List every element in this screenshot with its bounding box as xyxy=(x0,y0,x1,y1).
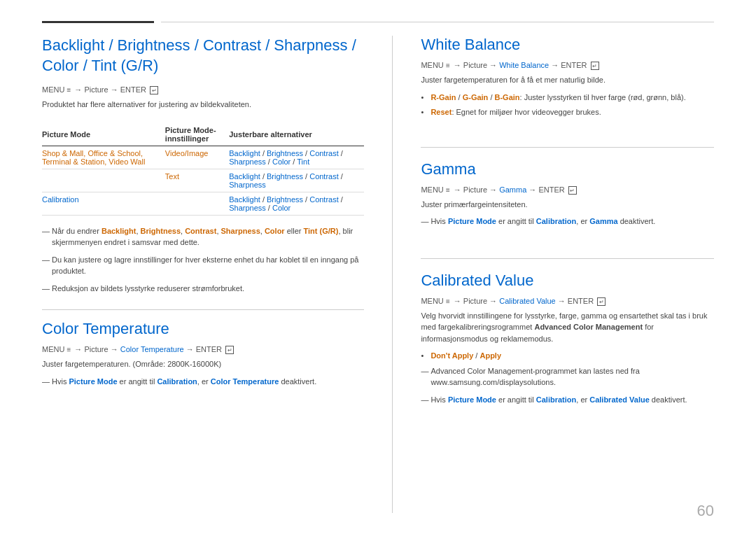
table-cell-setting-3 xyxy=(165,192,229,215)
highlight-backlight: Backlight xyxy=(102,227,136,235)
page-number: 60 xyxy=(697,502,714,520)
menu-icon-ct: ≡ xyxy=(66,346,71,353)
alt-backlight-3: Backlight xyxy=(229,195,260,204)
divider-1 xyxy=(42,309,364,310)
note-cv-2: Hvis Picture Mode er angitt til Calibrat… xyxy=(421,394,714,406)
wb-bullet-2: Reset: Egnet for miljøer hvor videovegge… xyxy=(421,106,714,118)
note-cv-1: Advanced Color Management-programmet kan… xyxy=(421,365,714,388)
cv-bullet-1: Don't Apply / Apply xyxy=(421,350,714,362)
table-cell-alt-2: Backlight / Brightness / Contrast / Shar… xyxy=(229,169,364,192)
table-row: Text Backlight / Brightness / Contrast /… xyxy=(42,169,364,192)
color-temp-title: Color Temperature xyxy=(42,320,364,338)
menu-path-cv: MENU ≡ → Picture → Calibrated Value → EN… xyxy=(421,297,714,306)
highlight-sharpness: Sharpness xyxy=(221,227,260,235)
menu-path-backlight: MENU ≡ → Picture → ENTER ↵ xyxy=(42,85,364,94)
highlight-contrast: Contrast xyxy=(185,227,216,235)
alt-tint-1: Tint xyxy=(297,157,309,166)
enter-icon: ↵ xyxy=(150,86,158,94)
table-cell-alt-3: Backlight / Brightness / Contrast / Shar… xyxy=(229,192,364,215)
calibration-label-cv: Calibration xyxy=(536,395,576,404)
wb-bgain: B-Gain xyxy=(495,93,520,101)
table-cell-mode-2 xyxy=(42,169,165,192)
enter-icon-gamma: ↵ xyxy=(568,186,577,195)
cv-apply: Apply xyxy=(479,351,501,360)
table-header-1: Picture Mode xyxy=(42,123,165,146)
alt-backlight-1: Backlight xyxy=(229,149,260,157)
alt-color-1: Color xyxy=(272,157,290,166)
calibration-label-gamma: Calibration xyxy=(536,217,576,225)
wb-bullet-1: R-Gain / G-Gain / B-Gain: Juster lysstyr… xyxy=(421,92,714,104)
alt-contrast-2: Contrast xyxy=(309,172,339,181)
rule-right xyxy=(161,22,714,22)
gamma-body: Juster primærfargeintensiteten. xyxy=(421,199,714,211)
enter-icon-wb: ↵ xyxy=(591,62,599,70)
enter-icon-cv: ↵ xyxy=(597,297,606,306)
right-divider-1 xyxy=(421,147,714,148)
column-divider xyxy=(392,36,393,513)
table-header-2: Picture Mode-innstillinger xyxy=(165,123,229,146)
right-column: White Balance MENU ≡ → Picture → White B… xyxy=(421,36,714,513)
alt-brightness-1: Brightness xyxy=(267,149,303,157)
page: Backlight / Brightness / Contrast / Shar… xyxy=(0,0,756,534)
alt-contrast-1: Contrast xyxy=(309,149,339,157)
rule-left xyxy=(42,21,154,23)
menu-icon-wb: ≡ xyxy=(446,62,450,69)
menu-path-wb: MENU ≡ → Picture → White Balance → ENTER… xyxy=(421,61,714,70)
color-temp-body: Juster fargetemperaturen. (Område: 2800K… xyxy=(42,358,364,370)
menu-path-color-temp: MENU ≡ → Picture → Color Temperature → E… xyxy=(42,345,364,354)
note-gamma: Hvis Picture Mode er angitt til Calibrat… xyxy=(421,216,714,227)
calibrated-value-section: Calibrated Value MENU ≡ → Picture → Cali… xyxy=(421,272,714,412)
table-cell-mode-3: Calibration xyxy=(42,192,165,215)
acm-bold: Advanced Color Management xyxy=(534,323,643,331)
picture-mode-label-cv: Picture Mode xyxy=(448,395,496,404)
cv-link: Calibrated Value xyxy=(499,297,556,305)
table-cell-setting-1: Video/Image xyxy=(165,146,229,169)
highlight-color: Color xyxy=(265,227,285,235)
top-rule xyxy=(42,0,714,23)
main-section-title: Backlight / Brightness / Contrast / Shar… xyxy=(42,36,364,76)
gamma-title: Gamma xyxy=(421,160,714,178)
picture-mode-label-ct: Picture Mode xyxy=(69,377,117,386)
color-temp-link: Color Temperature xyxy=(120,345,184,353)
cv-body: Velg hvorvidt innstillingene for lysstyr… xyxy=(421,310,714,345)
menu-icon-cv: ≡ xyxy=(446,297,450,305)
menu-icon: ≡ xyxy=(66,86,71,94)
alt-sharpness-2: Sharpness xyxy=(229,181,266,189)
alt-sharpness-1: Sharpness xyxy=(229,157,266,166)
table-header-3: Justerbare alternativer xyxy=(229,123,364,146)
menu-path-gamma: MENU ≡ → Picture → Gamma → ENTER ↵ xyxy=(421,185,714,195)
wb-rgain: R-Gain xyxy=(430,93,456,101)
table-cell-mode-1: Shop & Mall, Office & School,Terminal & … xyxy=(42,146,165,169)
note-backlight-3: Reduksjon av bildets lysstyrke reduserer… xyxy=(42,283,364,295)
wb-link: White Balance xyxy=(499,61,549,69)
alt-contrast-3: Contrast xyxy=(309,195,339,204)
cv-dont-apply: Don't Apply xyxy=(430,351,473,360)
backlight-body-text: Produktet har flere alternativer for jus… xyxy=(42,99,364,111)
picture-mode-table: Picture Mode Picture Mode-innstillinger … xyxy=(42,123,364,216)
calibrated-value-label: Calibrated Value xyxy=(589,395,650,404)
alt-brightness-2: Brightness xyxy=(267,172,303,181)
white-balance-title: White Balance xyxy=(421,36,714,54)
highlight-tint: Tint (G/R) xyxy=(304,227,339,235)
alt-color-3: Color xyxy=(272,204,290,212)
note-backlight-2: Du kan justere og lagre innstillinger fo… xyxy=(42,254,364,277)
white-balance-section: White Balance MENU ≡ → Picture → White B… xyxy=(421,36,714,122)
right-divider-2 xyxy=(421,258,714,259)
alt-brightness-3: Brightness xyxy=(267,195,303,204)
calibration-label-ct: Calibration xyxy=(157,377,197,386)
enter-icon-ct: ↵ xyxy=(225,346,234,354)
calibrated-value-title: Calibrated Value xyxy=(421,272,714,290)
table-row: Shop & Mall, Office & School,Terminal & … xyxy=(42,146,364,169)
wb-body: Juster fargetemperaturen for å få et mer… xyxy=(421,74,714,86)
alt-sharpness-3: Sharpness xyxy=(229,204,266,212)
picture-mode-label-gamma: Picture Mode xyxy=(448,217,496,225)
wb-ggain: G-Gain xyxy=(463,93,489,101)
gamma-section: Gamma MENU ≡ → Picture → Gamma → ENTER ↵… xyxy=(421,160,714,233)
wb-reset: Reset xyxy=(430,108,451,116)
table-row: Calibration Backlight / Brightness / Con… xyxy=(42,192,364,215)
note-color-temp: Hvis Picture Mode er angitt til Calibrat… xyxy=(42,376,364,388)
gamma-label: Gamma xyxy=(589,217,617,225)
highlight-brightness: Brightness xyxy=(141,227,181,235)
color-temp-label-ct: Color Temperature xyxy=(211,377,279,386)
note-backlight-1: Når du endrer Backlight, Brightness, Con… xyxy=(42,225,364,248)
